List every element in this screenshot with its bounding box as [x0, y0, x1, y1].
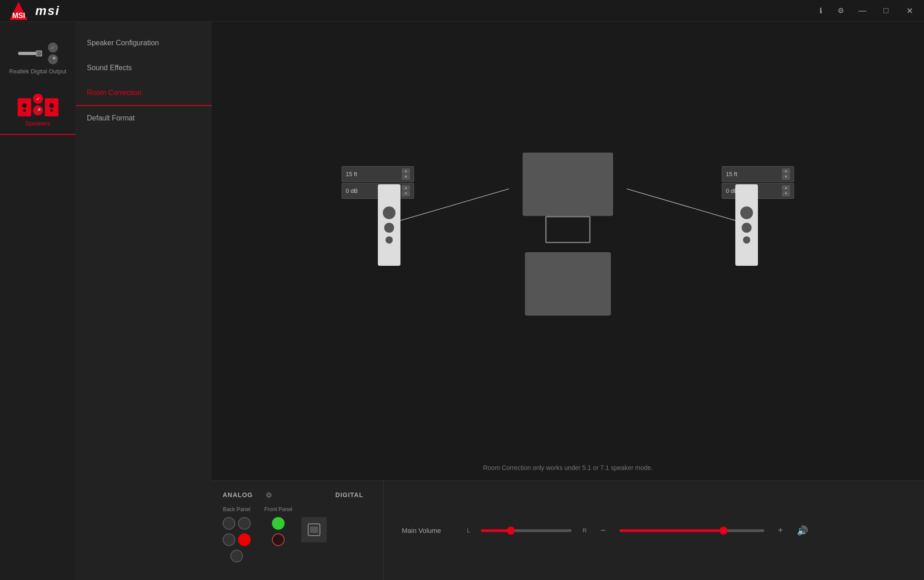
main-volume-knob[interactable] [719, 527, 728, 535]
left-db-spinners[interactable]: ▲ ▼ [402, 185, 410, 197]
titlebar-controls: ℹ ⚙ — □ ✕ [815, 4, 917, 18]
right-db-control[interactable]: 0 dB ▲ ▼ [722, 183, 794, 199]
digital-port-box[interactable] [301, 517, 327, 542]
right-db-down[interactable]: ▼ [782, 191, 790, 197]
speakers-icon: ✓ 🎤 [18, 94, 58, 116]
volume-minus-button[interactable]: − [598, 525, 609, 536]
r-label: R [582, 527, 586, 534]
left-speaker [378, 184, 400, 266]
speaker-box-right [45, 98, 58, 116]
sidebar-item-speakers[interactable]: ✓ 🎤 Speakers [0, 86, 76, 135]
nav-menu: Speaker Configuration Sound Effects Room… [76, 22, 212, 580]
audio-ports-header: ANALOG ⚙ DIGITAL [223, 490, 372, 500]
info-icon[interactable]: ℹ [815, 5, 826, 16]
back-panel-row1 [223, 517, 251, 530]
back-port-2[interactable] [238, 517, 251, 530]
left-distance-spinners[interactable]: ▲ ▼ [402, 168, 410, 180]
volume-section: Main Volume L R − + 🔊 [384, 481, 924, 580]
speaker-mute-icon[interactable]: 🔊 [797, 525, 808, 536]
ports-layout: Back Panel [223, 506, 372, 562]
check-badge-red: ✓ [33, 94, 43, 104]
volume-plus-button[interactable]: + [775, 525, 786, 536]
right-speaker-mid [742, 223, 752, 233]
speaker-box-left [18, 98, 31, 116]
right-distance-spinners[interactable]: ▲ ▼ [782, 168, 790, 180]
svg-rect-9 [310, 527, 318, 533]
svg-line-7 [627, 189, 735, 220]
main-volume-fill [619, 529, 724, 532]
left-distance-down[interactable]: ▼ [402, 174, 410, 180]
nav-item-default-format[interactable]: Default Format [76, 106, 212, 131]
check-badge: ✓ [48, 43, 58, 53]
left-distance-up[interactable]: ▲ [402, 168, 410, 174]
maximize-button[interactable]: □ [879, 4, 893, 18]
analog-label: ANALOG [223, 491, 253, 499]
front-port-green[interactable] [272, 517, 285, 530]
nav-item-room-correction[interactable]: Room Correction [76, 81, 212, 106]
close-button[interactable]: ✕ [902, 4, 917, 18]
svg-point-5 [38, 53, 39, 54]
app-title: msi [35, 4, 60, 18]
diagram-container: 15 ft ▲ ▼ 0 dB ▲ ▼ 15 ft [342, 130, 794, 356]
l-label: L [467, 527, 470, 534]
right-db-spinners[interactable]: ▲ ▼ [782, 185, 790, 197]
left-db-down[interactable]: ▼ [402, 191, 410, 197]
front-panel-column: Front Panel [264, 506, 292, 562]
lr-balance-slider[interactable] [481, 529, 572, 532]
titlebar: MSI msi ℹ ⚙ — □ ✕ [0, 0, 924, 22]
msi-logo: MSI [7, 0, 30, 22]
monitor-stand [545, 216, 591, 243]
left-db-up[interactable]: ▲ [402, 185, 410, 191]
back-panel-row3 [230, 550, 243, 562]
mic-badge-red: 🎤 [33, 105, 43, 115]
control-box-right: 15 ft ▲ ▼ 0 dB ▲ ▼ [722, 166, 794, 200]
left-distance-control[interactable]: 15 ft ▲ ▼ [342, 166, 414, 182]
right-distance-up[interactable]: ▲ [782, 168, 790, 174]
titlebar-left: MSI msi [7, 0, 60, 22]
back-port-1[interactable] [223, 517, 235, 530]
lr-balance-knob[interactable] [507, 527, 515, 535]
left-speaker-tweeter [386, 236, 393, 244]
right-speaker-tweeter [743, 236, 750, 244]
right-speaker-woofer [740, 206, 753, 219]
ports-grid: Back Panel [223, 506, 292, 562]
subwoofer [525, 252, 611, 316]
back-port-3[interactable] [223, 533, 235, 546]
settings-icon[interactable]: ⚙ [835, 5, 846, 16]
back-panel-label: Back Panel [223, 506, 251, 513]
left-distance-value: 15 ft [346, 171, 357, 177]
realtek-digital-label: Realtek Digital Output [9, 68, 66, 75]
nav-item-sound-effects[interactable]: Sound Effects [76, 56, 212, 81]
mic-badge: 🎤 [48, 54, 58, 64]
digital-label: DIGITAL [335, 491, 363, 499]
bottom-bar: ANALOG ⚙ DIGITAL Back Panel [212, 480, 924, 580]
main-volume-slider[interactable] [619, 529, 764, 532]
right-distance-down[interactable]: ▼ [782, 174, 790, 180]
right-distance-control[interactable]: 15 ft ▲ ▼ [722, 166, 794, 182]
back-port-4-active[interactable] [238, 533, 251, 546]
speaker-diagram: 15 ft ▲ ▼ 0 dB ▲ ▼ 15 ft [212, 22, 924, 455]
center-monitor [523, 153, 613, 216]
sidebar: ✓ 🎤 Realtek Digital Output ✓ 🎤 Speakers [0, 22, 76, 580]
sidebar-item-realtek-digital[interactable]: ✓ 🎤 Realtek Digital Output [0, 35, 76, 82]
right-db-up[interactable]: ▲ [782, 185, 790, 191]
back-panel-column: Back Panel [223, 506, 251, 562]
right-speaker [735, 184, 758, 266]
nav-item-speaker-config[interactable]: Speaker Configuration [76, 31, 212, 56]
minimize-button[interactable]: — [855, 4, 870, 18]
front-port-pink[interactable] [272, 533, 285, 546]
info-text: Room Correction only works under 5.1 or … [212, 455, 924, 480]
left-speaker-mid [384, 223, 394, 233]
back-panel-row2 [223, 533, 251, 546]
left-db-value: 0 dB [346, 187, 358, 194]
realtek-digital-icon: ✓ 🎤 [18, 43, 58, 64]
speakers-label: Speakers [25, 120, 50, 127]
front-panel-label: Front Panel [264, 506, 292, 513]
main-content: 15 ft ▲ ▼ 0 dB ▲ ▼ 15 ft [212, 22, 924, 580]
audio-ports: ANALOG ⚙ DIGITAL Back Panel [212, 481, 384, 580]
analog-settings-icon[interactable]: ⚙ [264, 490, 274, 500]
svg-rect-2 [18, 52, 38, 55]
svg-line-6 [400, 189, 509, 220]
back-port-5[interactable] [230, 550, 243, 562]
right-distance-value: 15 ft [726, 171, 737, 177]
